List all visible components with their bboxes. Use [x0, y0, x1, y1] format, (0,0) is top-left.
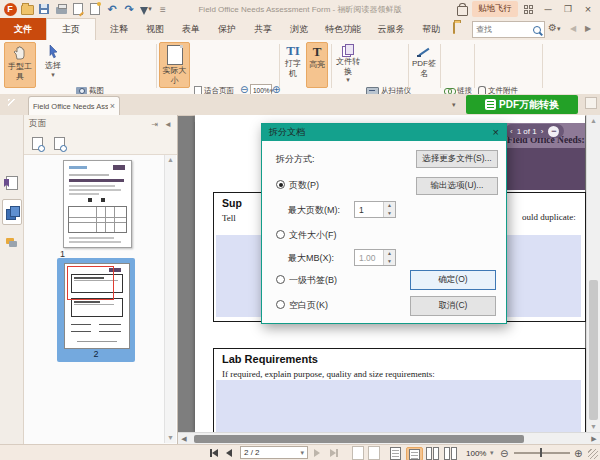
- tab-features[interactable]: 特色功能: [320, 18, 366, 40]
- section2-form-field[interactable]: [216, 380, 581, 432]
- spin-down-icon[interactable]: ▼: [384, 258, 395, 266]
- highlight-icon: T: [313, 45, 322, 59]
- dialog-close-icon[interactable]: ×: [493, 127, 499, 138]
- tab-home[interactable]: 主页: [46, 18, 96, 40]
- reduce-thumbnails-icon[interactable]: [50, 136, 68, 152]
- spin-up-icon[interactable]: ▲: [384, 250, 395, 258]
- find-input[interactable]: [473, 25, 533, 34]
- actual-size-button[interactable]: 实际大小: [159, 42, 190, 88]
- tab-protect[interactable]: 保护: [212, 18, 242, 40]
- by-filesize-radio[interactable]: [276, 230, 285, 239]
- scroll-up-icon[interactable]: ▲: [587, 115, 600, 126]
- tab-help[interactable]: 帮助: [416, 18, 446, 40]
- file-convert-button[interactable]: 文件转换 ▾: [334, 42, 362, 88]
- find-settings-gear-icon[interactable]: ⚙▾: [548, 22, 560, 33]
- zoom-percent[interactable]: 100%: [466, 447, 486, 459]
- search-folder-icon[interactable]: [453, 23, 455, 33]
- restore-button[interactable]: ❐: [558, 2, 578, 16]
- facing-view-button[interactable]: [426, 447, 439, 459]
- panel-scrollbar[interactable]: ▲ ▼: [164, 155, 176, 443]
- minimize-button[interactable]: ─: [538, 2, 558, 16]
- nav-next-icon[interactable]: ›: [541, 127, 544, 136]
- next-view-button[interactable]: [368, 447, 380, 459]
- ok-button[interactable]: 确定(O): [410, 270, 496, 290]
- spin-down-icon[interactable]: ▼: [384, 210, 395, 218]
- page-number-box[interactable]: 2 / 2 ▾: [240, 446, 308, 459]
- output-options-button[interactable]: 输出选项(U)...: [416, 177, 498, 195]
- pdf-sign-button[interactable]: PDF签名: [411, 42, 437, 88]
- max-mb-spinner[interactable]: 1.00 ▲▼: [354, 249, 396, 266]
- promo-bag-icon[interactable]: [455, 3, 469, 16]
- single-page-view-button[interactable]: [390, 447, 401, 459]
- typewriter-button[interactable]: TI 打字机: [282, 42, 304, 88]
- tab-comment[interactable]: 注释: [104, 18, 134, 40]
- scroll-down-icon[interactable]: ▼: [587, 421, 600, 432]
- next-page-button[interactable]: [314, 447, 320, 459]
- spin-up-icon[interactable]: ▲: [384, 202, 395, 210]
- corner-button[interactable]: [585, 97, 597, 109]
- scroll-right-icon[interactable]: ▶: [588, 433, 600, 444]
- search-icon[interactable]: [533, 26, 541, 34]
- zoom-percent-caret[interactable]: ▾: [490, 447, 494, 459]
- close-button[interactable]: ×: [578, 2, 598, 16]
- thumb2-footer-line: [77, 341, 117, 342]
- by-blank-radio[interactable]: [276, 300, 285, 309]
- continuous-facing-view-button[interactable]: [444, 447, 457, 459]
- vertical-scroll-thumb[interactable]: [589, 280, 598, 420]
- zoom-in-icon[interactable]: ⊕: [574, 447, 582, 459]
- float-panel-icon[interactable]: ⇥: [151, 120, 158, 129]
- tab-browse[interactable]: 浏览: [284, 18, 314, 40]
- document-tab-close-icon[interactable]: ×: [110, 101, 115, 111]
- enlarge-thumbnails-icon[interactable]: [28, 136, 46, 152]
- select-more-files-button[interactable]: 选择更多文件(S)...: [416, 150, 498, 168]
- cancel-button[interactable]: 取消(C): [410, 296, 496, 316]
- bookmarks-panel-button[interactable]: [2, 170, 22, 196]
- max-pages-spinner[interactable]: 1 ▲▼: [354, 201, 396, 218]
- file-convert-caret[interactable]: ▾: [346, 76, 350, 84]
- promo-button[interactable]: 贴地飞行: [472, 1, 518, 17]
- hand-tool-button[interactable]: 手型工具: [4, 42, 36, 88]
- tab-list-caret[interactable]: ▾: [452, 101, 456, 109]
- pages-panel-button[interactable]: [2, 199, 22, 225]
- tab-share[interactable]: 共享: [248, 18, 278, 40]
- navigation-icon-strip: [0, 115, 24, 444]
- tab-view[interactable]: 视图: [140, 18, 170, 40]
- pdf-convert-button[interactable]: PDF万能转换: [466, 95, 578, 114]
- previous-view-button[interactable]: [352, 447, 364, 459]
- tab-form[interactable]: 表单: [176, 18, 206, 40]
- last-page-button[interactable]: [330, 447, 338, 459]
- find-next-icon[interactable]: ▶: [585, 24, 591, 33]
- scroll-left-icon[interactable]: ◀: [178, 433, 190, 444]
- tab-file[interactable]: 文件: [0, 18, 46, 40]
- continuous-view-button[interactable]: [406, 447, 423, 460]
- zoom-out-icon[interactable]: ⊖: [500, 447, 508, 459]
- tab-cloud[interactable]: 云服务: [372, 18, 410, 40]
- horizontal-scroll-thumb[interactable]: [194, 435, 524, 443]
- resize-grip[interactable]: [588, 449, 598, 459]
- panel-scroll-down-icon[interactable]: ▼: [165, 433, 176, 443]
- page-thumbnail-2-selection[interactable]: 2: [57, 258, 135, 362]
- max-mb-value: 1.00: [355, 250, 383, 265]
- first-page-button[interactable]: [210, 447, 218, 459]
- by-bookmarks-radio[interactable]: [276, 275, 285, 284]
- find-previous-icon[interactable]: ◀: [570, 24, 576, 33]
- page-box-caret[interactable]: ▾: [300, 449, 304, 457]
- select-tool-button[interactable]: 选择 ▾: [38, 42, 68, 88]
- panel-scroll-up-icon[interactable]: ▲: [165, 155, 176, 165]
- max-mb-label: 最大MB(X):: [288, 252, 334, 265]
- page-thumbnail-2[interactable]: [64, 263, 130, 349]
- select-dropdown-caret[interactable]: ▾: [51, 71, 55, 79]
- layout-switch-icon[interactable]: [518, 2, 538, 16]
- zoom-slider-track[interactable]: [514, 452, 570, 454]
- page-thumbnail-1[interactable]: [63, 160, 132, 248]
- highlight-button[interactable]: T 高亮: [306, 42, 328, 88]
- horizontal-scrollbar[interactable]: ◀ ▶: [178, 432, 600, 444]
- nav-minimize-icon[interactable]: −: [548, 126, 559, 137]
- document-tab[interactable]: Field Office Needs Asse... ×: [28, 96, 120, 115]
- zoom-slider-thumb[interactable]: [540, 448, 542, 457]
- collapse-panel-icon[interactable]: ◄: [164, 120, 172, 129]
- vertical-scrollbar[interactable]: ▲ ▼: [586, 115, 600, 432]
- nav-previous-icon[interactable]: ‹: [510, 127, 513, 136]
- by-pages-radio[interactable]: [276, 180, 285, 189]
- previous-page-button[interactable]: [226, 447, 232, 459]
